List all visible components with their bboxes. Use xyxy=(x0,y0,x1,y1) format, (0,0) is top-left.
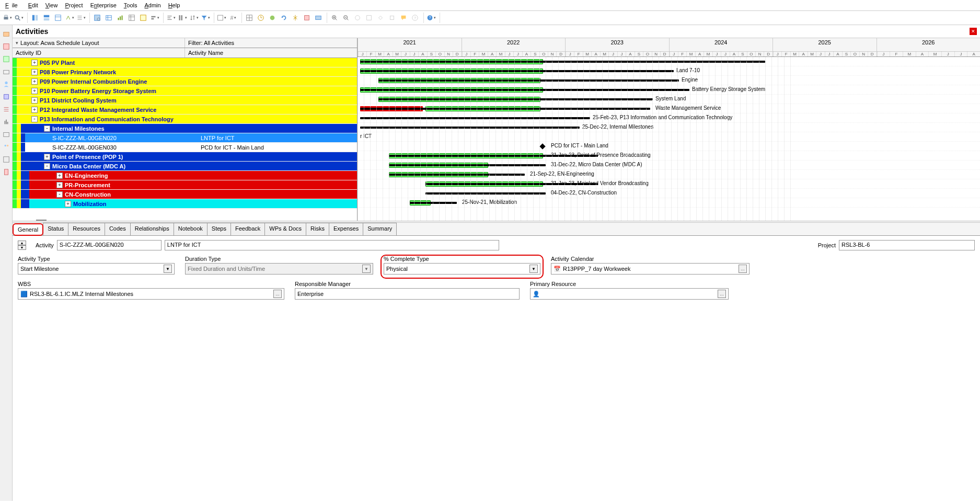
tab-wps-docs[interactable]: WPs & Docs xyxy=(264,223,306,235)
tab-feedback[interactable]: Feedback xyxy=(230,223,265,235)
record-spinners[interactable]: ▲▼ xyxy=(18,241,26,250)
menu-project[interactable]: Project xyxy=(62,1,86,9)
tool-btn-3[interactable] xyxy=(267,13,278,23)
gantt-bar[interactable] xyxy=(360,61,765,63)
view-btn-6[interactable] xyxy=(149,13,160,23)
hash-icon[interactable]: # xyxy=(228,13,238,23)
activity-row[interactable]: +Point of Presence (POP 1) xyxy=(13,152,357,162)
gantt-bar[interactable] xyxy=(360,108,650,110)
tab-notebook[interactable]: Notebook xyxy=(174,223,207,235)
print-preview-button[interactable] xyxy=(14,13,24,23)
activity-row[interactable]: +P05 PV Plant xyxy=(13,58,357,67)
menu-view[interactable]: View xyxy=(42,1,61,9)
lt-user-icon[interactable] xyxy=(2,79,11,89)
expand-toggle[interactable]: - xyxy=(44,125,50,132)
calendar-field[interactable]: 📅R13PPP_7 day Workweek… xyxy=(551,263,750,275)
activity-row[interactable]: -CN-Construction xyxy=(13,190,357,199)
menu-enterprise[interactable]: Enterprise xyxy=(87,1,120,9)
activity-row[interactable]: S-IC-ZZZ-ML-00GEN020LNTP for ICT xyxy=(13,133,357,143)
activity-row[interactable]: +EN-Engineering xyxy=(13,171,357,180)
lt-resources-icon[interactable] xyxy=(2,42,11,51)
lt-btn-8[interactable] xyxy=(2,117,11,127)
wbs-field[interactable]: 🟦RSL3-BL-6.1.IC.MLZ Internal Milestones… xyxy=(18,288,284,300)
zoom-out-icon[interactable] xyxy=(341,13,351,23)
menu-admin[interactable]: Admin xyxy=(141,1,164,9)
grid-icon[interactable] xyxy=(244,13,255,23)
lt-btn-6[interactable] xyxy=(2,92,11,101)
menu-edit[interactable]: Edit xyxy=(25,1,41,9)
gantt-bar[interactable] xyxy=(389,174,525,176)
view-btn-1[interactable] xyxy=(92,13,102,23)
expand-toggle[interactable]: + xyxy=(31,78,38,85)
complete-type-select[interactable]: Physical▼ xyxy=(384,263,540,275)
tab-relationships[interactable]: Relationships xyxy=(130,223,174,235)
activity-name-field[interactable]: LNTP for ICT xyxy=(165,240,499,250)
sort-btn[interactable] xyxy=(189,13,199,23)
tool-btn-5[interactable] xyxy=(290,13,301,23)
expand-toggle[interactable]: + xyxy=(56,182,63,188)
activity-row[interactable]: +P08 Power Primary Network xyxy=(13,67,357,77)
gantt-bar[interactable] xyxy=(360,117,590,119)
activity-row[interactable]: -Micro Data Center (MDC A) xyxy=(13,162,357,171)
tab-resources[interactable]: Resources xyxy=(68,223,105,235)
tool-btn-7[interactable] xyxy=(313,13,324,23)
activity-row[interactable]: +P10 Power Battery Energy Storage System xyxy=(13,86,357,96)
lt-projects-icon[interactable] xyxy=(2,29,11,39)
layout-btn-1[interactable] xyxy=(30,13,40,23)
lt-users-icon[interactable] xyxy=(2,142,11,152)
gantt-bar[interactable] xyxy=(360,127,580,129)
activity-row[interactable]: +P12 Integrated Waste Management Service xyxy=(13,105,357,115)
gantt-bar[interactable] xyxy=(410,202,457,204)
print-button[interactable] xyxy=(2,13,13,23)
resp-mgr-field[interactable]: Enterprise xyxy=(295,288,520,300)
lt-btn-7[interactable] xyxy=(2,105,11,114)
gantt-chart[interactable]: 2021JFMAMJJASOND2022JFMAMJJASOND2023JFMA… xyxy=(358,38,980,221)
columns-btn[interactable] xyxy=(177,13,188,23)
align-btn[interactable] xyxy=(166,13,176,23)
tab-status[interactable]: Status xyxy=(43,223,68,235)
expand-toggle[interactable]: + xyxy=(65,201,71,207)
comment-icon[interactable] xyxy=(398,13,409,23)
layout-btn-3[interactable] xyxy=(53,13,63,23)
lt-btn-9[interactable] xyxy=(2,130,11,139)
activity-row[interactable]: -P13 Information and Communication Techn… xyxy=(13,115,357,124)
expand-toggle[interactable]: + xyxy=(44,154,50,160)
gantt-bar[interactable] xyxy=(425,192,546,195)
activity-row[interactable]: -Internal Milestones xyxy=(13,124,357,133)
layout-btn-4[interactable] xyxy=(64,13,75,23)
tab-expenses[interactable]: Expenses xyxy=(329,223,363,235)
layout-selector[interactable]: Layout: Acwa Schedule Layout xyxy=(13,38,185,48)
browse-icon[interactable]: … xyxy=(718,290,726,298)
close-icon[interactable]: ✕ xyxy=(970,28,977,35)
expand-toggle[interactable]: - xyxy=(31,116,38,122)
activity-row[interactable]: +P09 Power Internal Combustion Engine xyxy=(13,77,357,86)
expand-toggle[interactable]: - xyxy=(56,191,63,198)
tool-btn-6[interactable] xyxy=(302,13,312,23)
help-icon[interactable]: ? xyxy=(410,13,420,23)
lt-btn-4[interactable] xyxy=(2,67,11,76)
milestone-diamond[interactable] xyxy=(539,143,545,149)
layout-btn-5[interactable] xyxy=(76,13,86,23)
menu-help[interactable]: Help xyxy=(165,1,183,9)
tab-risks[interactable]: Risks xyxy=(306,223,329,235)
filter-icon[interactable] xyxy=(200,13,211,23)
menu-file[interactable]: File xyxy=(2,1,24,9)
activity-type-select[interactable]: Start Milestone▼ xyxy=(18,263,175,275)
activity-row[interactable]: +P11 District Cooling System xyxy=(13,96,357,105)
nav-btn-3[interactable] xyxy=(387,13,397,23)
gantt-bar[interactable] xyxy=(389,164,546,166)
activity-row[interactable]: S-IC-ZZZ-ML-00GEN030PCD for ICT - Main L… xyxy=(13,143,357,152)
browse-icon[interactable]: … xyxy=(273,290,282,298)
tab-general[interactable]: General xyxy=(13,223,43,236)
zoom-in-icon[interactable] xyxy=(329,13,340,23)
expand-toggle[interactable]: + xyxy=(56,173,63,179)
col-activity-id[interactable]: Activity ID xyxy=(13,48,185,58)
expand-toggle[interactable]: + xyxy=(31,88,38,94)
view-btn-5[interactable] xyxy=(138,13,148,23)
expand-toggle[interactable]: - xyxy=(44,163,50,169)
browse-icon[interactable]: … xyxy=(739,265,747,273)
activity-row[interactable]: +Mobilization xyxy=(13,199,357,209)
tab-summary[interactable]: Summary xyxy=(363,223,397,235)
tool-btn-1[interactable] xyxy=(216,13,227,23)
chevron-down-icon[interactable]: ▼ xyxy=(164,265,172,273)
